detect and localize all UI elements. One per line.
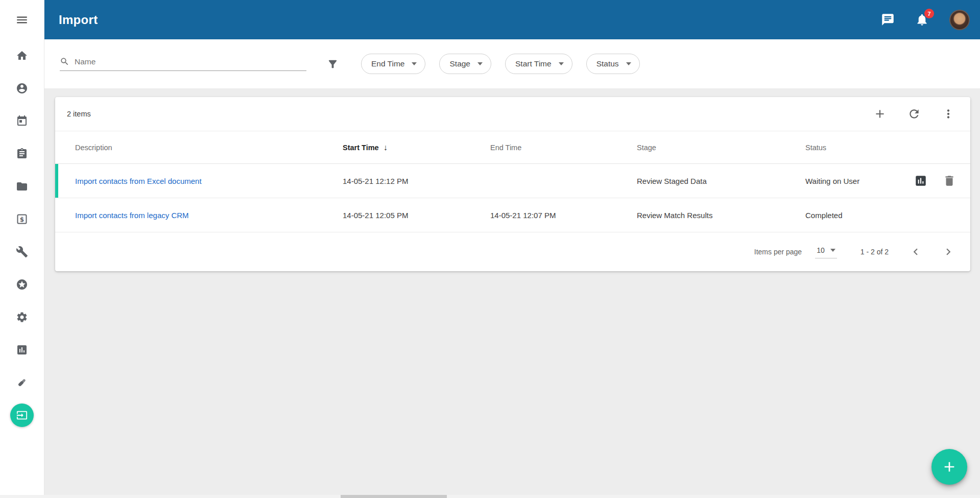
sidebar-item-tasks[interactable] bbox=[0, 137, 44, 170]
row-actions bbox=[914, 174, 956, 187]
app-header: Import 7 bbox=[44, 0, 980, 39]
chevron-down-icon bbox=[830, 249, 835, 252]
toolbar-actions bbox=[873, 107, 955, 121]
scrollbar-thumb[interactable] bbox=[341, 495, 447, 498]
filter-pill-stage[interactable]: Stage bbox=[439, 54, 491, 74]
status-text: Waiting on User bbox=[805, 177, 859, 185]
notification-badge: 7 bbox=[924, 9, 934, 18]
chevron-right-icon bbox=[942, 245, 955, 258]
filter-funnel-icon bbox=[327, 58, 339, 70]
refresh-button[interactable] bbox=[907, 107, 921, 121]
page-size-value: 10 bbox=[817, 246, 825, 254]
filter-pill-label: End Time bbox=[371, 59, 404, 68]
sidebar-item-tools[interactable] bbox=[0, 235, 44, 268]
page-size-select[interactable]: 10 bbox=[815, 245, 837, 258]
cell-description: Import contacts from legacy CRM bbox=[75, 211, 343, 220]
horizontal-scrollbar[interactable] bbox=[0, 495, 980, 498]
gear-icon bbox=[16, 311, 28, 323]
column-header-description[interactable]: Description bbox=[75, 144, 343, 152]
next-page-button[interactable] bbox=[942, 245, 955, 258]
plus-icon bbox=[873, 107, 887, 121]
filter-pill-label: Start Time bbox=[515, 59, 552, 68]
chat-button[interactable] bbox=[881, 13, 895, 27]
calendar-icon bbox=[16, 115, 28, 127]
chevron-down-icon bbox=[412, 62, 417, 65]
table-row[interactable]: Import contacts from Excel document 14-0… bbox=[55, 164, 970, 198]
sidebar-item-import[interactable] bbox=[0, 399, 44, 432]
list-toolbar: 2 items bbox=[55, 97, 970, 131]
search-input[interactable] bbox=[75, 57, 306, 66]
page-title: Import bbox=[59, 13, 98, 27]
avatar[interactable] bbox=[949, 10, 970, 30]
hamburger-menu-icon bbox=[15, 13, 29, 27]
chevron-down-icon bbox=[559, 62, 564, 65]
svg-text:$: $ bbox=[20, 216, 24, 223]
search-icon bbox=[60, 57, 69, 66]
import-record-link[interactable]: Import contacts from Excel document bbox=[75, 177, 202, 185]
filter-pill-end-time[interactable]: End Time bbox=[361, 54, 425, 74]
cell-stage: Review Staged Data bbox=[637, 177, 805, 185]
import-icon bbox=[10, 404, 34, 427]
dollar-icon: $ bbox=[16, 213, 28, 225]
filter-button[interactable] bbox=[327, 58, 339, 70]
sidebar-item-contacts[interactable] bbox=[0, 72, 44, 105]
sidebar-item-billing[interactable]: $ bbox=[0, 203, 44, 235]
delete-button[interactable] bbox=[943, 174, 956, 187]
more-options-button[interactable] bbox=[942, 107, 955, 121]
column-header-start-time[interactable]: Start Time ↓ bbox=[343, 143, 490, 152]
column-header-end-time[interactable]: End Time bbox=[490, 144, 637, 152]
view-summary-button[interactable] bbox=[914, 174, 927, 187]
filter-pill-label: Stage bbox=[449, 59, 470, 68]
sidebar-item-calendar[interactable] bbox=[0, 105, 44, 137]
cell-stage: Review Match Results bbox=[637, 211, 805, 220]
items-per-page-label: Items per page bbox=[754, 248, 802, 256]
notifications-button[interactable]: 7 bbox=[915, 13, 929, 27]
items-count: 2 items bbox=[67, 110, 91, 118]
sidebar-item-deals[interactable] bbox=[0, 366, 44, 399]
filter-bar: End Time Stage Start Time Status bbox=[44, 39, 980, 88]
cell-start-time: 14-05-21 12:12 PM bbox=[343, 177, 490, 185]
sidebar-item-favorites[interactable] bbox=[0, 268, 44, 301]
cell-description: Import contacts from Excel document bbox=[75, 177, 343, 185]
handshake-icon bbox=[16, 376, 28, 389]
new-import-fab[interactable] bbox=[931, 449, 967, 485]
chat-icon bbox=[881, 13, 895, 27]
cell-status: Completed bbox=[805, 211, 956, 220]
filter-pill-status[interactable]: Status bbox=[586, 54, 640, 74]
folder-icon bbox=[16, 180, 28, 193]
table-header-row: Description Start Time ↓ End Time Stage … bbox=[55, 131, 970, 164]
sidebar: $ bbox=[0, 0, 44, 498]
column-header-status[interactable]: Status bbox=[805, 144, 956, 152]
tasks-icon bbox=[16, 148, 28, 160]
menu-button[interactable] bbox=[0, 0, 44, 39]
chevron-down-icon bbox=[626, 62, 631, 65]
paginator: Items per page 10 1 - 2 of 2 bbox=[55, 232, 970, 271]
home-icon bbox=[16, 50, 28, 62]
contacts-icon bbox=[16, 82, 28, 94]
import-record-link[interactable]: Import contacts from legacy CRM bbox=[75, 211, 189, 220]
add-button[interactable] bbox=[873, 107, 887, 121]
page-range-label: 1 - 2 of 2 bbox=[861, 248, 889, 256]
search-field[interactable] bbox=[60, 57, 306, 71]
refresh-icon bbox=[907, 107, 921, 121]
cell-status: Waiting on User bbox=[805, 174, 956, 187]
sort-desc-icon: ↓ bbox=[384, 143, 388, 152]
column-header-stage[interactable]: Stage bbox=[637, 144, 805, 152]
sidebar-item-home[interactable] bbox=[0, 39, 44, 72]
filter-pill-label: Status bbox=[596, 59, 619, 68]
chevron-down-icon bbox=[477, 62, 483, 65]
filter-pill-start-time[interactable]: Start Time bbox=[505, 54, 572, 74]
table-row[interactable]: Import contacts from legacy CRM 14-05-21… bbox=[55, 198, 970, 232]
trash-icon bbox=[943, 174, 956, 187]
import-list-card: 2 items Description Start Time ↓ End Tim… bbox=[55, 97, 970, 271]
sidebar-item-settings[interactable] bbox=[0, 301, 44, 334]
sidebar-item-reports[interactable] bbox=[0, 334, 44, 366]
cell-end-time: 14-05-21 12:07 PM bbox=[490, 211, 637, 220]
bar-chart-icon bbox=[16, 344, 28, 356]
filter-pills: End Time Stage Start Time Status bbox=[361, 54, 640, 74]
plus-icon bbox=[941, 459, 958, 475]
sidebar-item-documents[interactable] bbox=[0, 170, 44, 203]
wrench-icon bbox=[16, 246, 28, 258]
status-text: Completed bbox=[805, 211, 843, 220]
previous-page-button[interactable] bbox=[909, 245, 922, 258]
